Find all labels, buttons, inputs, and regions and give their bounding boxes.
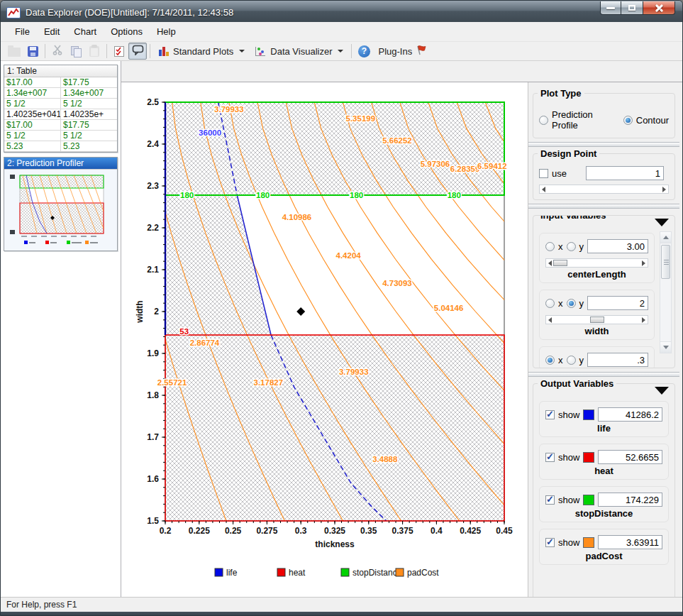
thickness-y-radio[interactable] <box>567 356 576 365</box>
table-panel: 1: Table $17.00$17.751.34e+0071.34e+0075… <box>4 65 118 153</box>
use-checkbox[interactable] <box>539 169 548 178</box>
minimize-button[interactable] <box>600 1 621 15</box>
width-input[interactable] <box>587 296 648 310</box>
centerlength-slider[interactable] <box>545 258 648 268</box>
comment-button[interactable] <box>128 43 147 60</box>
output-variable-card: show stopDistance <box>539 486 669 522</box>
padcost-value[interactable] <box>598 535 662 549</box>
thickness-x-radio[interactable] <box>545 356 555 365</box>
title-bar[interactable]: Data Explorer (DOE)[Untitled]: 7/14/2011… <box>1 1 682 22</box>
thickness-input[interactable] <box>587 353 648 367</box>
validate-button[interactable] <box>110 43 128 60</box>
scrollbar-thumb[interactable] <box>661 245 670 279</box>
svg-text:1.9: 1.9 <box>147 348 159 358</box>
life-color-swatch[interactable] <box>583 409 594 420</box>
heat-color-swatch[interactable] <box>583 452 594 463</box>
centerlength-input[interactable] <box>587 239 648 253</box>
table-row[interactable]: 1.40235e+0411.40235e+ <box>4 109 117 120</box>
heat-show-checkbox[interactable] <box>545 453 555 462</box>
paste-button[interactable] <box>85 43 104 60</box>
x-label: x <box>558 241 563 252</box>
svg-text:180: 180 <box>448 191 461 199</box>
help-button[interactable]: ? <box>355 43 373 60</box>
menu-file[interactable]: File <box>8 23 37 40</box>
section-splitter[interactable] <box>528 204 679 209</box>
close-icon <box>654 4 664 12</box>
profiler-panel-header[interactable]: 2: Prediction Profiler <box>4 158 117 170</box>
minimize-icon <box>606 7 615 9</box>
menu-help[interactable]: Help <box>150 23 183 40</box>
life-value[interactable] <box>598 407 662 422</box>
data-visualizer-button[interactable]: Data Visualizer <box>250 43 348 60</box>
centerlength-label: centerLength <box>545 269 648 280</box>
table-row[interactable]: 5.235.23 <box>4 141 117 152</box>
prediction-profile-label: Prediction Profile <box>552 109 614 131</box>
stopdistance-show-checkbox[interactable] <box>545 495 555 505</box>
section-splitter[interactable] <box>528 372 679 377</box>
table-row[interactable]: 1.34e+0071.34e+007 <box>4 88 117 99</box>
cut-button[interactable] <box>48 43 67 60</box>
table-panel-header[interactable]: 1: Table <box>4 65 117 77</box>
stopdistance-value[interactable] <box>598 493 662 507</box>
stopdistance-color-swatch[interactable] <box>583 495 594 505</box>
design-point-input[interactable] <box>586 166 664 180</box>
svg-text:5.35199: 5.35199 <box>346 114 376 123</box>
maximize-button[interactable] <box>621 1 643 15</box>
plugins-button[interactable]: Plug-Ins <box>373 43 432 60</box>
table-cell: 1.34e+007 <box>61 88 117 98</box>
plot-type-title: Plot Type <box>538 88 584 99</box>
standard-plots-button[interactable]: Standard Plots <box>153 43 250 60</box>
design-point-slider[interactable] <box>539 185 669 194</box>
open-button[interactable] <box>5 43 23 60</box>
table-row[interactable]: $17.00$17.75 <box>4 77 117 88</box>
chart-header-strip <box>121 61 682 82</box>
width-slider[interactable] <box>545 315 648 324</box>
checklist-icon <box>114 46 124 57</box>
padcost-show-checkbox[interactable] <box>545 538 555 547</box>
dropdown-caret-icon <box>239 50 245 53</box>
width-x-radio[interactable] <box>545 299 555 308</box>
width-y-radio[interactable] <box>567 299 576 308</box>
menu-options[interactable]: Options <box>104 23 150 40</box>
table-cell: $17.00 <box>4 120 61 130</box>
prediction-profile-radio[interactable] <box>539 116 548 125</box>
table-row[interactable]: $17.00$17.75 <box>4 120 117 131</box>
svg-text:3.79933: 3.79933 <box>214 105 244 114</box>
svg-text:3.79933: 3.79933 <box>339 368 369 376</box>
svg-text:0.35: 0.35 <box>360 526 377 536</box>
svg-text:thickness: thickness <box>315 539 355 549</box>
table-row[interactable]: 5 1/25 1/2 <box>4 99 117 109</box>
svg-text:3.17827: 3.17827 <box>254 378 284 387</box>
collapse-arrow-icon[interactable] <box>655 387 669 395</box>
slider-right-arrow-icon[interactable] <box>662 187 666 192</box>
svg-text:0.325: 0.325 <box>324 526 345 536</box>
table-cell: 5.23 <box>4 141 61 151</box>
menu-chart[interactable]: Chart <box>67 23 104 40</box>
close-button[interactable] <box>643 1 675 15</box>
contour-radio[interactable] <box>623 116 633 125</box>
save-button[interactable] <box>23 43 42 60</box>
slider-thumb[interactable] <box>553 260 567 266</box>
section-splitter[interactable] <box>528 142 679 147</box>
scroll-up-button[interactable] <box>660 232 671 243</box>
svg-text:1.5: 1.5 <box>147 516 159 526</box>
centerlength-y-radio[interactable] <box>567 242 576 251</box>
svg-text:1.8: 1.8 <box>147 390 159 400</box>
slider-thumb[interactable] <box>590 317 604 323</box>
life-show-checkbox[interactable] <box>545 410 555 419</box>
open-folder-icon <box>8 48 21 57</box>
profiler-thumbnail[interactable] <box>4 170 117 251</box>
scroll-down-button[interactable] <box>660 341 671 353</box>
centerlength-x-radio[interactable] <box>545 242 555 251</box>
table-row[interactable]: 5 1/25 1/2 <box>4 131 117 141</box>
menu-edit[interactable]: Edit <box>37 23 67 40</box>
app-icon <box>6 7 21 18</box>
svg-text:life: life <box>226 568 238 578</box>
heat-value[interactable] <box>598 450 662 464</box>
contour-chart[interactable]: 0.20.2250.250.2750.30.3250.350.3750.40.4… <box>121 82 528 597</box>
slider-left-arrow-icon[interactable] <box>542 187 545 192</box>
input-variables-scrollbar[interactable] <box>660 231 672 353</box>
collapse-arrow-icon[interactable] <box>655 219 669 226</box>
copy-button[interactable] <box>67 43 85 60</box>
padcost-color-swatch[interactable] <box>583 537 594 548</box>
